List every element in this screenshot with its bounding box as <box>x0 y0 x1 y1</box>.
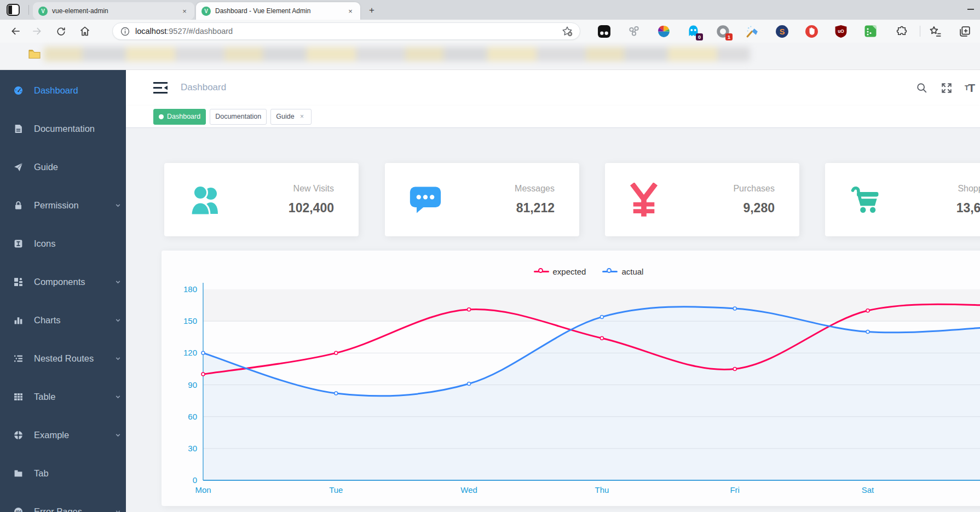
svg-text:Sat: Sat <box>862 485 874 494</box>
browser-toolbar: localhost:9527/#/dashboard 0 1 S <box>0 20 980 43</box>
swirl-extension-icon[interactable]: S <box>774 24 789 39</box>
line-chart[interactable]: 0306090120150180MonTueWedThuFriSatSun <box>162 251 980 506</box>
screen: V vue-element-admin × V Dashboard - Vue … <box>0 0 980 512</box>
sidebar-item-nested-routes[interactable]: Nested Routes <box>0 339 126 377</box>
close-icon[interactable]: × <box>346 7 355 15</box>
fullscreen-icon[interactable] <box>937 79 956 97</box>
sidebar-item-icons[interactable]: Icons <box>0 224 126 263</box>
svg-text:uO: uO <box>838 28 844 34</box>
ublock-shield-extension-icon[interactable]: uO <box>833 24 849 39</box>
text-size-icon[interactable]: TT <box>960 79 979 97</box>
green-script-extension-icon[interactable] <box>863 24 878 39</box>
stat-card-messages[interactable]: Messages 81,212 <box>385 163 579 236</box>
sidebar-item-label: Error Pages <box>34 507 82 512</box>
cart-icon <box>849 184 887 215</box>
blurred-bookmarks <box>44 47 750 61</box>
svg-text:Mon: Mon <box>195 485 211 494</box>
stat-value: 102,400 <box>227 201 334 216</box>
sidebar-item-components[interactable]: Components <box>0 263 126 301</box>
main-area: Dashboard TT Dashboard Documentation <box>126 70 980 512</box>
linked-circles-extension-icon[interactable] <box>626 24 642 39</box>
address-bar[interactable]: localhost:9527/#/dashboard <box>112 22 580 40</box>
dark-tiles-extension-icon[interactable] <box>596 24 612 39</box>
peoples-icon <box>188 184 227 215</box>
sidebar-item-permission[interactable]: Permission <box>0 186 126 224</box>
sidebar-item-example[interactable]: Example <box>0 416 126 454</box>
forward-icon <box>28 23 45 39</box>
chevron-down-icon <box>114 508 122 512</box>
tree-list-icon <box>14 354 23 363</box>
gauge-icon <box>14 86 23 95</box>
sidebar-collapse-icon[interactable] <box>153 82 168 94</box>
refresh-icon[interactable] <box>53 23 69 39</box>
bar-chart-icon <box>14 316 23 325</box>
minimize-button[interactable] <box>964 0 978 19</box>
url-text[interactable]: localhost:9527/#/dashboard <box>135 27 561 36</box>
sidebar-item-charts[interactable]: Charts <box>0 301 126 339</box>
yen-icon <box>629 183 667 217</box>
stat-label: Shopping <box>887 184 980 194</box>
home-icon[interactable] <box>77 23 93 39</box>
tag-documentation[interactable]: Documentation <box>210 109 267 125</box>
vue-logo-icon: V <box>201 7 211 16</box>
browser-tab-2-active[interactable]: V Dashboard - Vue Element Admin × <box>196 2 360 20</box>
component-grid-icon <box>14 277 23 287</box>
sidebar-item-tab[interactable]: Tab <box>0 454 126 492</box>
svg-text:120: 120 <box>183 348 197 357</box>
info-icon[interactable] <box>120 27 130 36</box>
tag-dashboard[interactable]: Dashboard <box>153 109 206 125</box>
sidebar-item-label: Icons <box>34 238 55 249</box>
new-tab-button[interactable]: + <box>366 4 378 16</box>
sidebar-item-dashboard[interactable]: Dashboard <box>0 71 126 109</box>
table-icon <box>14 392 23 402</box>
chevron-down-icon <box>114 432 122 439</box>
sidebar-item-label: Components <box>34 277 85 287</box>
browser-tab-1[interactable]: V vue-element-admin × <box>33 2 194 20</box>
sidebar-item-label: Tab <box>34 468 49 479</box>
sidebar-item-label: Table <box>34 392 55 402</box>
svg-text:404: 404 <box>15 510 21 512</box>
broom-extension-icon[interactable] <box>745 24 760 39</box>
lock-icon <box>14 201 23 210</box>
svg-text:0: 0 <box>193 475 197 485</box>
tag-label: Guide <box>276 113 294 120</box>
stat-card-purchases[interactable]: Purchases 9,280 <box>605 163 799 236</box>
svg-text:Tue: Tue <box>329 485 343 494</box>
sidebar-item-table[interactable]: Table <box>0 377 126 416</box>
message-icon <box>409 185 447 214</box>
svg-text:30: 30 <box>188 444 197 453</box>
chevron-down-icon <box>114 393 122 400</box>
favorites-bar[interactable] <box>0 43 980 70</box>
stat-label: New Visits <box>227 184 334 194</box>
back-icon[interactable] <box>8 23 24 39</box>
sidebar-item-guide[interactable]: Guide <box>0 148 126 186</box>
sidebar-item-error-pages[interactable]: 404 Error Pages <box>0 492 126 512</box>
divider <box>920 26 920 37</box>
ring-extension-icon[interactable]: 1 <box>715 24 730 39</box>
sidebar-item-label: Charts <box>34 315 61 325</box>
close-icon[interactable]: × <box>298 113 306 120</box>
stop-hand-extension-icon[interactable] <box>804 24 819 39</box>
folder-tab-icon <box>14 469 23 478</box>
letter-i-icon <box>14 239 23 248</box>
stat-card-new-visits[interactable]: New Visits 102,400 <box>164 163 359 236</box>
stat-label: Messages <box>447 184 555 194</box>
sidebar-item-label: Permission <box>34 200 79 211</box>
favorites-list-icon[interactable] <box>927 24 943 39</box>
close-icon[interactable]: × <box>180 7 189 15</box>
ghost-extension-icon[interactable]: 0 <box>685 24 701 39</box>
svg-text:180: 180 <box>183 284 197 294</box>
tag-guide[interactable]: Guide × <box>270 109 311 125</box>
tab-workspaces-icon[interactable] <box>7 4 20 16</box>
collections-icon[interactable] <box>957 24 972 39</box>
stat-card-shopping[interactable]: Shopping 13,600 <box>825 163 980 236</box>
star-add-icon[interactable] <box>561 25 573 37</box>
svg-text:S: S <box>779 27 785 36</box>
sidebar-item-documentation[interactable]: Documentation <box>0 109 126 148</box>
color-bowl-extension-icon[interactable] <box>656 24 671 39</box>
search-icon[interactable] <box>913 79 931 97</box>
puzzle-extension-icon[interactable] <box>894 24 909 39</box>
svg-text:Wed: Wed <box>460 485 477 494</box>
folder-icon[interactable] <box>28 49 41 59</box>
dashboard-content: New Visits 102,400 Messages 81,212 <box>126 128 980 512</box>
